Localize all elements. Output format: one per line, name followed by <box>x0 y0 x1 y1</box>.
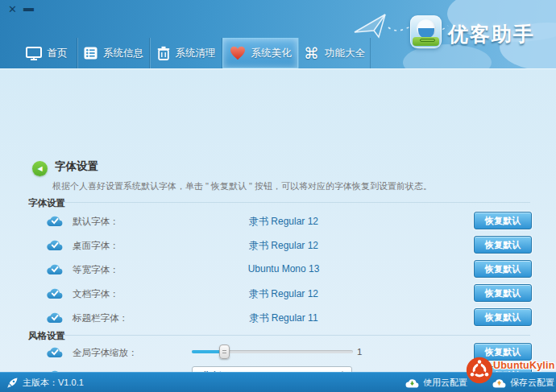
robot-helmet <box>417 19 436 39</box>
robot-base <box>413 37 439 46</box>
version-status: 主版本：V1.0.1 <box>6 373 84 392</box>
section-divider <box>64 202 530 203</box>
font-row-value: Ubuntu Mono 13 <box>203 263 364 274</box>
ubuntukylin-brand-text: UbuntuKylin <box>493 360 555 371</box>
cloud-upload-icon <box>492 378 506 388</box>
cloud-check-icon <box>47 346 63 358</box>
tab-label: 首页 <box>48 47 68 60</box>
header: ✕ ▬ 优客助手 首页 <box>0 0 556 68</box>
save-cloud-label: 保存云配置 <box>510 377 554 389</box>
use-cloud-config-button[interactable]: 使用云配置 <box>405 373 467 392</box>
command-icon: ⌘ <box>304 46 319 61</box>
page-title: 字体设置 <box>55 159 98 174</box>
cloud-check-icon <box>47 287 63 299</box>
tab-label: 系统清理 <box>176 47 216 60</box>
monitor-icon <box>26 47 42 60</box>
page-description: 根据个人喜好设置系统默认字体，单击 " 恢复默认 " 按钮，可以将对应的字体恢复… <box>52 180 432 192</box>
rocket-icon <box>6 377 19 389</box>
content-panel: ◀ 字体设置 根据个人喜好设置系统默认字体，单击 " 恢复默认 " 按钮，可以将… <box>0 68 556 372</box>
heart-icon <box>230 46 246 60</box>
version-text: 主版本：V1.0.1 <box>23 377 84 389</box>
font-section-title: 字体设置 <box>28 197 65 209</box>
trash-icon <box>157 46 170 60</box>
font-row-label: 文档字体： <box>73 288 119 300</box>
app-window: ✕ ▬ 优客助手 首页 <box>0 0 556 392</box>
nav-tabs: 首页 系统信息 系统清理 <box>16 38 371 68</box>
save-cloud-config-button[interactable]: 保存云配置 <box>492 373 554 392</box>
tab-system-beautify[interactable]: 系统美化 <box>222 38 298 68</box>
tab-label: 功能大全 <box>325 47 365 60</box>
cloud-download-icon <box>405 378 419 388</box>
tab-system-cleanup[interactable]: 系统清理 <box>150 38 222 68</box>
back-button[interactable]: ◀ <box>32 161 48 176</box>
cloud-check-icon <box>47 215 63 227</box>
app-logo <box>410 15 442 48</box>
font-row-label: 等宽字体： <box>73 264 119 276</box>
restore-default-button[interactable]: 恢复默认 <box>474 260 532 278</box>
minimize-icon[interactable]: ▬ <box>23 2 34 13</box>
slider-row-label: 全局字体缩放： <box>73 347 138 359</box>
font-row-value: 隶书 Regular 12 <box>203 287 364 301</box>
use-cloud-label: 使用云配置 <box>423 377 467 389</box>
font-row-label: 默认字体： <box>73 216 119 228</box>
cloud-check-icon <box>47 312 63 324</box>
font-scale-slider-track[interactable] <box>192 350 353 353</box>
slider-value: 1 <box>357 347 362 357</box>
info-list-icon <box>84 47 98 60</box>
font-row-label: 标题栏字体： <box>73 312 128 324</box>
restore-default-button[interactable]: 恢复默认 <box>474 212 532 229</box>
font-row-value: 隶书 Regular 11 <box>203 312 364 325</box>
font-row-value: 隶书 Regular 12 <box>203 215 364 229</box>
font-row-value: 隶书 Regular 12 <box>203 239 364 253</box>
tab-label: 系统信息 <box>103 47 143 60</box>
cloud-check-icon <box>47 263 63 275</box>
tab-label: 系统美化 <box>251 47 292 60</box>
restore-default-button[interactable]: 恢复默认 <box>474 236 532 254</box>
tab-all-features[interactable]: ⌘ 功能大全 <box>298 38 371 68</box>
style-section-title: 风格设置 <box>28 330 65 342</box>
font-row-label: 桌面字体： <box>73 240 119 252</box>
font-scale-slider-handle[interactable] <box>219 345 230 359</box>
restore-default-button[interactable]: 恢复默认 <box>474 284 532 302</box>
section-divider <box>64 335 530 336</box>
cloud-check-icon <box>47 239 63 251</box>
close-icon[interactable]: ✕ <box>8 4 17 14</box>
tab-home[interactable]: 首页 <box>16 38 77 68</box>
ubuntukylin-logo-icon <box>466 357 493 384</box>
tab-system-info[interactable]: 系统信息 <box>77 38 150 68</box>
restore-default-button[interactable]: 恢复默认 <box>474 308 532 326</box>
app-title: 优客助手 <box>448 21 535 47</box>
robot-grille <box>420 39 435 42</box>
